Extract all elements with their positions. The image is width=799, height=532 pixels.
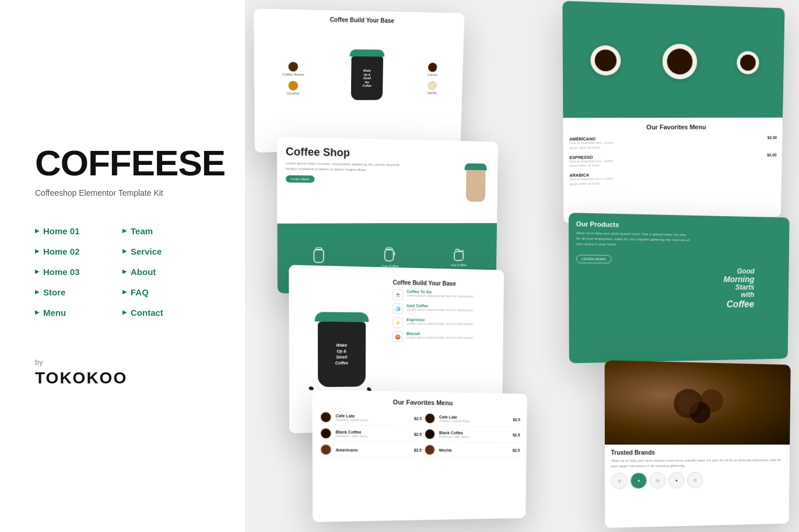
badge-5: ⬡ [687, 472, 703, 488]
float-cup-lid [465, 163, 487, 170]
beans-dot [289, 62, 299, 71]
cup-body: WakeUp &SmelltheCoffee [351, 57, 383, 100]
bcc-row-left-6: Mocha [424, 444, 451, 456]
blc-item-biscuit: 🍪 Biscuit Lorem ipsum placeholder text f… [393, 332, 497, 342]
ice-coffee-svg [312, 247, 325, 264]
espresso-text: Espresso Lorem ipsum placeholder text fo… [406, 318, 474, 327]
nav-label-home02: Home 02 [43, 246, 80, 256]
gm-morning: Morning [724, 275, 755, 284]
iced-coffee-icon: 🧊 [393, 304, 403, 314]
bcc-name-4: Cafe Late [439, 415, 470, 420]
espresso-icon: ⚡ [393, 318, 403, 328]
arabica-info: ARABICA Duis at imperdiet arcu. Lorem ip… [569, 172, 644, 186]
bcc-row-left-4: Cafe Late Arabica, whole bean [424, 413, 470, 425]
ingredient-vanilla: Vanilla [427, 81, 437, 94]
bcc-row-americano: Americano $2.5 [320, 442, 422, 458]
nav-label-team: Team [131, 226, 153, 236]
iced-coffee-text: Iced Coffee Lorem ipsum placeholder text… [406, 304, 474, 313]
bcc-dot-3 [320, 443, 332, 456]
gm-coffee: Coffee [723, 299, 754, 309]
nav-item-menu[interactable]: ▶ Menu [35, 302, 122, 323]
nav-item-about[interactable]: ▶ About [122, 262, 210, 282]
svg-rect-1 [316, 248, 321, 250]
nav-item-team[interactable]: ▶ Team [122, 221, 210, 241]
right-panel: Coffee Build Your Base Coffee Beans Gina… [245, 0, 799, 532]
nav-arrow-menu: ▶ [35, 309, 40, 315]
card-trusted-brands: Trusted Brands Allow us to help your wor… [605, 360, 791, 528]
coffee-circle-2 [662, 44, 697, 79]
nav-item-home03[interactable]: ▶ Home 03 [35, 262, 122, 282]
icon-cup-coffee: Cup Coffee [381, 246, 399, 268]
bcc-info-2: Black Coffee Robusta, milk, bean [336, 429, 368, 438]
gm-with: with [723, 291, 754, 299]
nav-label-about: About [131, 267, 156, 277]
blc-item-iced-coffee: 🧊 Iced Coffee Lorem ipsum placeholder te… [393, 304, 498, 315]
opc-btn: LEARN MORE [576, 255, 611, 263]
author-name: TOKOKOO [35, 369, 210, 387]
svg-rect-4 [454, 251, 463, 260]
nav-arrow-about: ▶ [122, 269, 127, 274]
nav-arrow-faq: ▶ [122, 289, 127, 295]
bcc-price-2: $2.5 [414, 432, 422, 436]
bcc-dot-4 [424, 413, 436, 424]
coffee-circle-3 [737, 51, 759, 75]
csc-top-section: Coffee Shop Lorem ipsum dolor sit amet, … [277, 137, 498, 224]
bcc-col1: Cafe Late Arabica, whole bean $2.5 Black… [320, 409, 422, 458]
biscuit-icon: 🍪 [393, 332, 403, 342]
favorites-bottom-content: Our Favorites Menu Cafe Late Arabica, wh… [312, 390, 527, 522]
ginamic-label: Ginamic [287, 91, 300, 95]
hot-coffee-svg [453, 246, 465, 262]
bcc-row-black-coffee: Black Coffee Robusta, milk, bean $2.5 [320, 425, 422, 442]
bcc-price-3: $2.5 [414, 448, 422, 452]
blc-title: Coffee Build Your Base [393, 279, 499, 288]
opc-right-section: Good Morning Starts with Coffee [694, 223, 783, 354]
bcc-info-6: Mocha [439, 448, 452, 452]
bcc-sub-5: Robusta, milk, bean [439, 435, 469, 438]
ingredient-ginamic: Ginamic [282, 81, 304, 95]
opc-desc: Allow us to help your work spaces more, … [576, 231, 691, 248]
svg-rect-2 [385, 249, 394, 261]
bcc-row-left-1: Cafe Late Arabica, whole bean [320, 411, 369, 424]
bcc-row-cafe-late: Cafe Late Arabica, whole bean $2.5 [320, 409, 422, 427]
icon-hot-coffee: Hot Coffee [451, 246, 467, 267]
bcc-info-3: Americano [336, 448, 358, 452]
large-cup-lid [314, 312, 369, 322]
americano-price: $2.00 [768, 136, 777, 140]
nav-item-service[interactable]: ▶ Service [122, 241, 210, 262]
arabica-desc: Duis at imperdiet arcu. Lorem ipsum dolo… [569, 177, 614, 186]
badge-1: ⬡ [611, 473, 628, 489]
badge-2: ★ [630, 473, 647, 489]
bcc-info-4: Cafe Late Arabica, whole bean [439, 415, 470, 423]
nav-label-home01: Home 01 [43, 226, 80, 236]
trusted-brands-content: Trusted Brands Allow us to help your wor… [605, 360, 791, 528]
bcc-name-3: Americano [336, 448, 358, 452]
bcc-row-left-2: Black Coffee Robusta, milk, bean [320, 427, 367, 439]
bcc-row-mocha: Mocha $2.5 [424, 442, 520, 458]
coffee-inner-2 [667, 48, 693, 75]
brc-bottom-section: Trusted Brands Allow us to help your wor… [605, 445, 790, 528]
nav-arrow-contact: ▶ [122, 309, 127, 315]
americano-row: AMERICANO Duis at imperdiet arcu. Lorem … [569, 133, 777, 153]
by-label: by [35, 358, 210, 367]
fmc-green-section [562, 1, 784, 118]
svg-rect-0 [314, 249, 324, 263]
card-build-base-top-content: Coffee Build Your Base Coffee Beans Gina… [254, 9, 464, 153]
nav-item-home02[interactable]: ▶ Home 02 [35, 241, 122, 262]
bcc-grid: Cafe Late Arabica, whole bean $2.5 Black… [320, 409, 520, 458]
nav-item-store[interactable]: ▶ Store [35, 282, 122, 302]
coffee-to-go-text: Coffee To Go Lorem ipsum placeholder tex… [406, 290, 474, 300]
cup-text: WakeUp &SmelltheCoffee [362, 69, 372, 87]
bcc-dot-2 [320, 427, 332, 439]
nav-item-contact[interactable]: ▶ Contact [122, 302, 210, 323]
coffee-inner-3 [740, 55, 756, 71]
espresso-info: ESPRESSO Duis at imperdiet arcu. Lorem i… [569, 154, 644, 168]
author-section: by TOKOKOO [35, 358, 210, 387]
bcc-name-6: Mocha [439, 448, 452, 452]
nav-item-home01[interactable]: ▶ Home 01 [35, 221, 122, 241]
ginger-dot [289, 81, 299, 90]
ingredients-right: Cacao Vanilla [427, 63, 437, 95]
nav-item-faq[interactable]: ▶ FAQ [122, 282, 210, 302]
build-base-bg: Coffee Build Your Base Coffee Beans Gina… [254, 9, 464, 153]
bcc-row-left-5: Black Coffee Robusta, milk, bean [424, 428, 469, 440]
cup-lid [350, 50, 385, 57]
